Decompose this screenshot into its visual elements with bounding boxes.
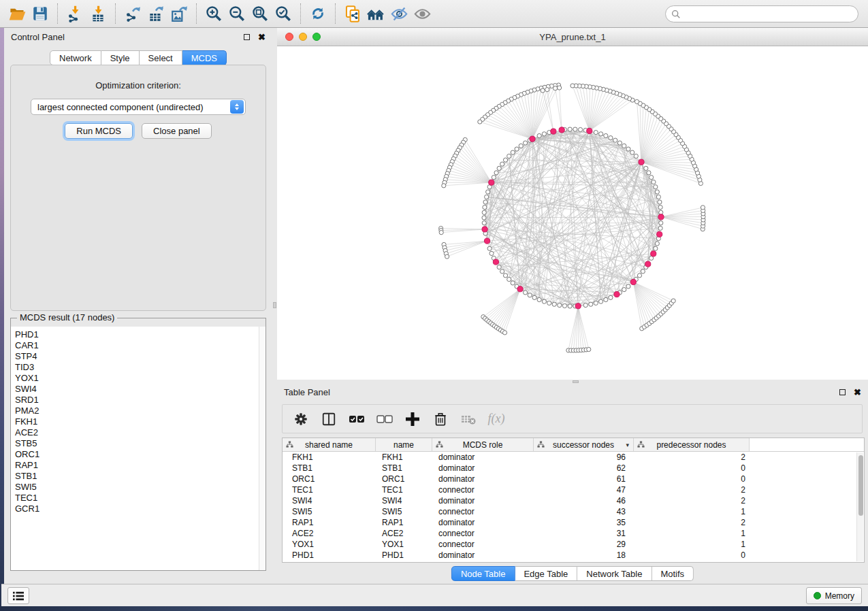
memory-button[interactable]: Memory (806, 587, 862, 604)
network-node[interactable] (604, 133, 608, 137)
network-node[interactable] (494, 171, 498, 175)
network-node[interactable] (492, 176, 496, 180)
table-row[interactable]: PHD1PHD1dominator180 (283, 550, 864, 561)
network-node[interactable] (482, 221, 486, 225)
tab-network[interactable]: Network (50, 50, 101, 65)
network-node[interactable] (547, 301, 551, 305)
mcds-result-item[interactable]: ACE2 (15, 427, 259, 438)
save-session-button[interactable] (29, 2, 52, 25)
splitter-grip[interactable] (273, 302, 276, 308)
table-row[interactable]: FKH1FKH1dominator962 (283, 452, 864, 463)
network-leaf-node[interactable] (553, 86, 558, 90)
network-node[interactable] (489, 251, 494, 255)
mcds-result-scrollbar[interactable] (259, 327, 266, 570)
network-canvas[interactable] (277, 46, 868, 380)
column-header-successor-nodes[interactable]: successor nodes▾ (534, 438, 634, 451)
network-node[interactable] (589, 302, 593, 306)
network-node[interactable] (552, 302, 556, 306)
network-node[interactable] (613, 138, 617, 142)
network-node[interactable] (656, 195, 660, 199)
network-node[interactable] (568, 127, 572, 131)
network-node[interactable] (654, 246, 658, 250)
network-leaf-node[interactable] (541, 88, 545, 93)
network-node[interactable] (482, 216, 486, 220)
network-node[interactable] (609, 295, 613, 299)
tab-mcds[interactable]: MCDS (182, 50, 227, 65)
network-leaf-node[interactable] (557, 86, 561, 90)
import-network-button[interactable] (63, 2, 86, 25)
network-mcds-hub-node[interactable] (530, 136, 535, 142)
select-all-button[interactable] (348, 410, 366, 428)
network-node[interactable] (654, 185, 658, 189)
network-node[interactable] (609, 136, 613, 140)
network-node[interactable] (532, 295, 536, 299)
deselect-all-button[interactable] (376, 410, 393, 428)
network-mcds-hub-node[interactable] (587, 128, 592, 133)
network-node[interactable] (578, 127, 582, 131)
network-node[interactable] (482, 210, 486, 214)
show-all-button[interactable] (411, 2, 434, 25)
mcds-result-item[interactable]: SWI5 (15, 482, 259, 493)
tab-select[interactable]: Select (140, 50, 182, 65)
network-node[interactable] (500, 162, 504, 166)
zoom-in-button[interactable] (202, 2, 225, 25)
search-field[interactable] (665, 5, 858, 22)
mcds-result-item[interactable]: STB1 (15, 471, 259, 482)
network-node[interactable] (594, 130, 598, 134)
network-node[interactable] (604, 297, 608, 301)
mcds-result-item[interactable]: RAP1 (15, 460, 259, 471)
table-scrollbar[interactable] (856, 452, 863, 561)
network-leaf-node[interactable] (634, 99, 639, 103)
network-node[interactable] (658, 200, 662, 204)
task-history-button[interactable] (7, 587, 29, 604)
network-node[interactable] (637, 274, 641, 278)
mcds-result-item[interactable]: TID3 (15, 362, 259, 373)
export-table-button[interactable] (144, 2, 167, 25)
run-mcds-button[interactable]: Run MCDS (65, 123, 133, 139)
table-row[interactable]: ORC1ORC1dominator610 (283, 474, 864, 484)
mcds-result-item[interactable]: ORC1 (15, 449, 259, 460)
network-node[interactable] (500, 269, 504, 274)
column-header-shared-name[interactable]: shared name (283, 438, 376, 451)
network-mcds-hub-node[interactable] (493, 259, 498, 265)
network-node[interactable] (659, 221, 663, 225)
network-node[interactable] (537, 297, 541, 301)
network-leaf-node[interactable] (701, 205, 705, 210)
optimization-criterion-dropdown[interactable]: largest connected component (undirected) (31, 99, 246, 115)
table-settings-button[interactable] (292, 410, 310, 428)
tab-edge-table[interactable]: Edge Table (515, 566, 577, 581)
refresh-layout-button[interactable] (306, 2, 329, 25)
network-mcds-hub-node[interactable] (517, 286, 523, 292)
network-leaf-node[interactable] (570, 84, 575, 88)
network-leaf-node[interactable] (439, 231, 443, 235)
network-mcds-hub-node[interactable] (658, 214, 664, 220)
export-image-button[interactable] (167, 2, 191, 25)
network-node[interactable] (641, 269, 645, 274)
network-node[interactable] (537, 133, 541, 137)
network-window-titlebar[interactable]: YPA_prune.txt_1 (277, 28, 868, 46)
table-row[interactable]: SWI4SWI4dominator462 (283, 495, 864, 506)
copy-network-button[interactable] (341, 2, 364, 25)
open-session-button[interactable] (5, 2, 29, 25)
mcds-result-item[interactable]: CAR1 (15, 340, 259, 351)
network-node[interactable] (497, 166, 501, 170)
network-node[interactable] (649, 176, 654, 180)
add-column-button[interactable] (404, 410, 421, 428)
close-panel-icon[interactable]: ✖ (258, 33, 266, 42)
network-mcds-hub-node[interactable] (630, 279, 636, 284)
network-node[interactable] (647, 171, 651, 175)
table-row[interactable]: YOX1YOX1connector291 (283, 539, 864, 550)
network-node[interactable] (485, 195, 489, 199)
network-node[interactable] (542, 299, 546, 303)
column-visibility-button[interactable] (320, 410, 338, 428)
mcds-result-item[interactable]: STP4 (15, 351, 259, 362)
network-node[interactable] (528, 293, 532, 297)
table-row[interactable]: STB1STB1dominator620 (283, 463, 864, 474)
zoom-selected-button[interactable] (272, 2, 295, 25)
close-panel-icon[interactable]: ✖ (854, 388, 861, 397)
import-table-button[interactable] (86, 2, 110, 25)
mcds-result-item[interactable]: STB5 (15, 438, 259, 449)
network-mcds-hub-node[interactable] (657, 231, 662, 237)
network-node[interactable] (507, 154, 511, 158)
hide-selected-button[interactable] (387, 2, 411, 25)
